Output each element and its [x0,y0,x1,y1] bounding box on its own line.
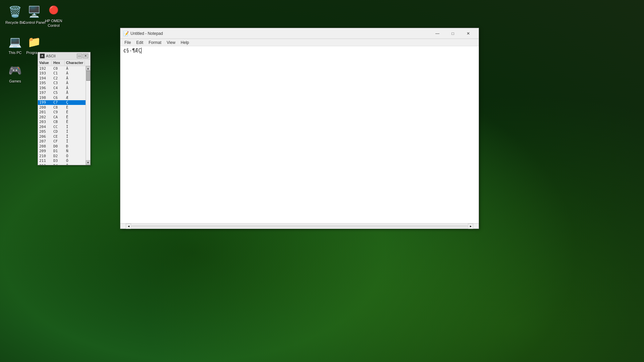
table-row[interactable]: 207CFÏ [38,139,86,144]
cell-char: Ó [65,159,85,163]
table-row[interactable]: 193C1Á [38,71,86,76]
table-row[interactable]: 208D0Ð [38,144,86,149]
cell-hex: CA [52,115,65,119]
cell-value: 195 [38,81,52,85]
cell-hex: D3 [52,159,65,163]
scroll-up-arrow[interactable]: ▲ [86,66,91,71]
cell-char: Ò [65,154,85,158]
recycle-bin-icon: 🗑️ [8,5,22,19]
cell-value: 198 [38,96,52,100]
cell-value: 202 [38,115,52,119]
notepad-content-area[interactable]: ¢§-¶ÆÇ [120,46,479,223]
menu-file[interactable]: File [122,40,133,46]
cell-char: Ð [65,144,85,148]
notepad-title: Untitled - Notepad [130,31,430,36]
cell-hex: D4 [52,164,65,165]
cell-char: Ç [65,100,85,105]
cell-hex: C1 [52,71,65,75]
scroll-left-arrow[interactable]: ◂ [126,224,131,229]
notepad-window: 📝 Untitled - Notepad — □ ✕ File Edit For… [120,28,479,229]
scroll-down-arrow[interactable]: ▼ [86,160,91,165]
ascii-title: ASCII [46,54,77,58]
cell-hex: CB [52,120,65,124]
table-row[interactable]: 199C7Ç [38,100,86,105]
table-row[interactable]: 203CBË [38,120,86,125]
cell-char: Ô [65,164,85,165]
cell-hex: C8 [52,105,65,110]
table-row[interactable]: 200C8È [38,105,86,110]
table-row[interactable]: 212D4Ô [38,163,86,165]
scroll-thumb[interactable] [86,71,90,81]
ascii-rows: 192C0À193C1Á194C2Â195C3Ã196C4Ä197C5Å198C… [38,66,86,165]
cell-char: Æ [65,96,85,100]
ascii-close-button[interactable]: ✕ [83,54,88,58]
cell-value: 209 [38,149,52,153]
col-header-value: Value [38,60,52,65]
window-controls: — □ ✕ [430,28,476,39]
cell-hex: D1 [52,149,65,153]
cell-hex: D2 [52,154,65,158]
close-button[interactable]: ✕ [461,28,476,39]
table-row[interactable]: 210D2Ò [38,154,86,159]
table-row[interactable]: 206CEÎ [38,134,86,139]
notepad-text: ¢§-¶ÆÇ [123,48,141,54]
menu-help[interactable]: Help [178,40,192,46]
table-row[interactable]: 202CAÊ [38,115,86,120]
control-panel-icon: 🖥️ [27,5,41,19]
cell-hex: C4 [52,86,65,90]
cell-value: 208 [38,144,52,148]
table-row[interactable]: 201C9É [38,110,86,115]
table-row[interactable]: 192C0À [38,66,86,71]
cell-char: Ï [65,139,85,143]
scroll-track [131,225,468,228]
scroll-right-arrow[interactable]: ▸ [468,224,473,229]
minimize-button[interactable]: — [430,28,445,39]
table-row[interactable]: 205CDÍ [38,129,86,134]
cell-value: 204 [38,125,52,129]
cell-value: 212 [38,164,52,165]
notepad-titlebar[interactable]: 📝 Untitled - Notepad — □ ✕ [120,28,479,39]
ascii-titlebar[interactable]: A ASCII — ✕ [38,52,90,60]
maximize-button[interactable]: □ [445,28,461,39]
ascii-minimize-button[interactable]: — [77,54,82,58]
programs-icon: 📁 [27,35,41,49]
menu-format[interactable]: Format [146,40,164,46]
desktop-icon-games[interactable]: 🎮 Games [2,62,29,85]
table-row[interactable]: 197C5Å [38,90,86,96]
ascii-scrollbar[interactable]: ▲ ▼ [86,66,90,165]
ascii-app-icon: A [40,54,45,58]
cell-value: 194 [38,76,52,80]
cell-char: Å [65,90,85,95]
horizontal-scrollbar[interactable]: ◂ ▸ [120,223,479,229]
table-row[interactable]: 198C6Æ [38,95,86,100]
desktop-icon-hp-omen[interactable]: 🔴 HP OMEN Control [40,2,67,29]
ascii-window-controls: — ✕ [77,54,88,58]
cell-hex: C6 [52,96,65,100]
table-row[interactable]: 196C4Ä [38,85,86,90]
menu-edit[interactable]: Edit [133,40,146,46]
cell-char: Ë [65,120,85,124]
cell-char: Í [65,129,85,134]
table-row[interactable]: 195C3Ã [38,81,86,86]
hp-omen-icon: 🔴 [47,3,61,17]
table-row[interactable]: 194C2Â [38,76,86,81]
notepad-menubar: File Edit Format View Help [120,39,479,46]
hp-omen-label: HP OMEN Control [42,18,66,28]
scrollbar-placeholder [85,60,90,65]
games-icon: 🎮 [8,63,22,77]
games-label: Games [9,79,21,83]
notepad-icon: 📝 [123,31,128,36]
this-pc-icon: 💻 [8,35,22,49]
cell-char: Ì [65,125,85,129]
table-row[interactable]: 211D3Ó [38,159,86,164]
menu-view[interactable]: View [164,40,178,46]
ascii-column-headers: Value Hex Character [38,60,90,66]
cell-hex: CF [52,139,65,143]
table-row[interactable]: 209D1Ñ [38,149,86,154]
table-row[interactable]: 204CCÌ [38,124,86,129]
cell-char: À [65,66,85,71]
cell-char: Á [65,71,85,75]
ascii-window: A ASCII — ✕ Value Hex Character 192C0À19… [38,52,91,165]
cell-char: Â [65,76,85,80]
cell-value: 207 [38,139,52,143]
